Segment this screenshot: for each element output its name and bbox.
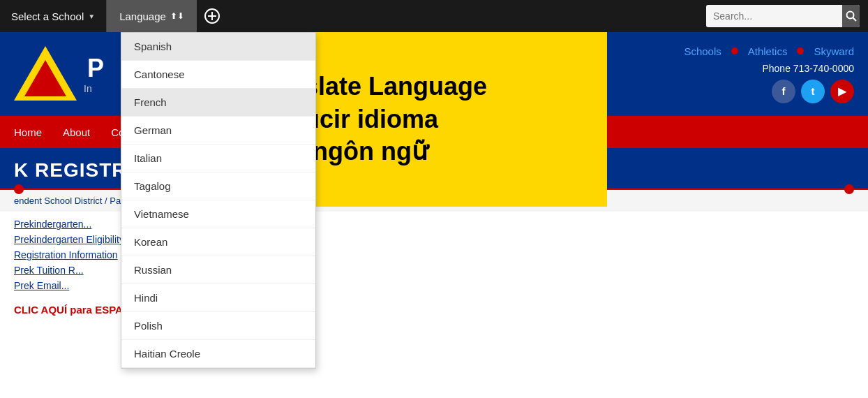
lang-item-korean[interactable]: Korean (121, 228, 315, 256)
search-input[interactable] (706, 10, 842, 22)
red-dot-left (14, 184, 24, 194)
header-nav-links: Schools Athletics Skyward (684, 45, 854, 57)
lang-item-polish[interactable]: Polish (121, 312, 315, 340)
select-school-label: Select a School (11, 10, 84, 22)
svg-point-3 (846, 12, 853, 19)
search-box (706, 5, 860, 27)
language-dropdown: Spanish Cantonese French German Italian … (121, 32, 316, 369)
language-label: Language (119, 10, 166, 22)
lang-item-german[interactable]: German (121, 117, 315, 145)
school-tagline: In (84, 83, 104, 94)
schools-link[interactable]: Schools (684, 45, 721, 57)
select-school-button[interactable]: Select a School ▼ (0, 0, 107, 32)
athletics-link[interactable]: Athletics (748, 45, 788, 57)
search-submit-button[interactable] (842, 5, 860, 27)
logo-arrow-inner (24, 60, 66, 96)
nav-home[interactable]: Home (14, 126, 42, 138)
nav-about[interactable]: About (63, 126, 90, 138)
plus-icon (204, 8, 220, 24)
lang-item-italian[interactable]: Italian (121, 145, 315, 172)
school-logo (14, 43, 77, 105)
search-icon (846, 10, 857, 22)
lang-item-cantonese[interactable]: Cantonese (121, 61, 315, 89)
school-initial: P (87, 54, 104, 83)
twitter-icon[interactable]: t (801, 80, 825, 103)
school-logo-area: P In (14, 43, 104, 105)
language-button[interactable]: Language ⬆⬇ (107, 0, 197, 32)
skyward-link[interactable]: Skyward (814, 45, 854, 57)
lang-item-french[interactable]: French (121, 89, 315, 117)
lang-item-spanish[interactable]: Spanish (121, 33, 315, 61)
chevron-down-icon: ▼ (88, 13, 95, 20)
youtube-icon[interactable]: ▶ (830, 80, 854, 103)
lang-item-tagalog[interactable]: Tagalog (121, 172, 315, 200)
svg-line-4 (853, 18, 856, 22)
phone-number: Phone 713-740-0000 (762, 63, 854, 74)
separator-dot-2 (797, 47, 804, 54)
lang-item-hindi[interactable]: Hindi (121, 284, 315, 312)
red-dot-right (844, 184, 854, 194)
add-button[interactable] (200, 3, 225, 29)
header-right: Schools Athletics Skyward Phone 713-740-… (684, 45, 854, 103)
sort-arrows-icon: ⬆⬇ (170, 11, 184, 21)
separator-dot-1 (731, 47, 738, 54)
lang-item-vietnamese[interactable]: Vietnamese (121, 200, 315, 228)
lang-item-haitian-creole[interactable]: Haitian Creole (121, 340, 315, 368)
social-icons-group: f t ▶ (772, 80, 854, 103)
lang-item-russian[interactable]: Russian (121, 256, 315, 284)
facebook-icon[interactable]: f (772, 80, 795, 103)
